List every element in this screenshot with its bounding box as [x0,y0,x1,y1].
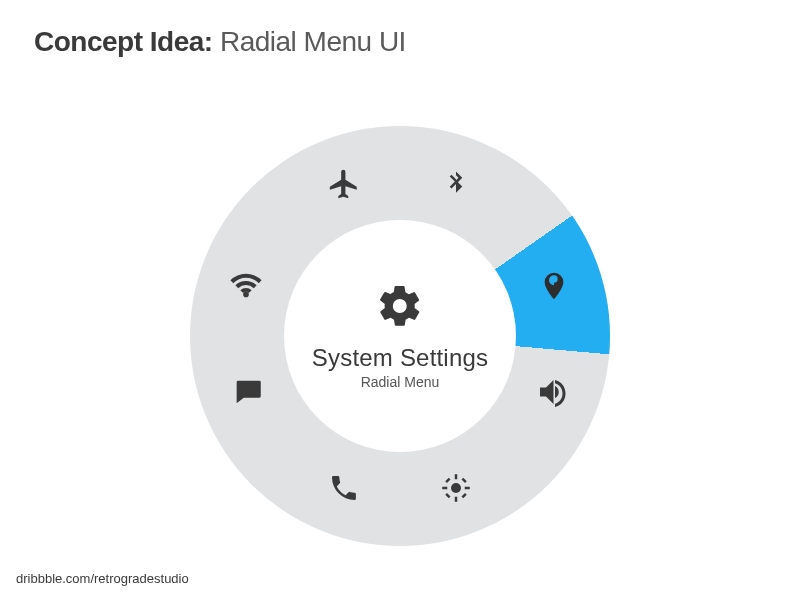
gear-icon [312,282,488,334]
title-bold: Concept Idea: [34,26,213,57]
menu-item-wifi[interactable] [222,262,270,310]
speaker-icon [534,374,570,410]
menu-item-phone[interactable] [320,464,368,512]
canvas: Concept Idea: Radial Menu UI [0,0,800,600]
menu-item-brightness[interactable] [432,464,480,512]
airplane-icon [327,167,361,201]
brightness-icon [441,473,471,503]
menu-item-location[interactable] [530,262,578,310]
location-pin-icon [538,270,570,302]
menu-item-bluetooth[interactable] [432,160,480,208]
svg-rect-1 [455,474,458,479]
svg-rect-2 [455,497,458,502]
title-light: Radial Menu UI [213,26,406,57]
svg-rect-3 [442,487,447,490]
menu-item-sound[interactable] [528,368,576,416]
menu-item-airplane-mode[interactable] [320,160,368,208]
bluetooth-icon [441,169,471,199]
wifi-icon [229,269,263,303]
chat-icon [231,375,265,409]
center-subtitle: Radial Menu [312,374,488,390]
center-title: System Settings [312,344,488,372]
menu-item-messages[interactable] [224,368,272,416]
radial-center[interactable]: System Settings Radial Menu [312,282,488,390]
svg-rect-4 [465,487,470,490]
svg-rect-7 [461,478,466,483]
radial-menu: System Settings Radial Menu [190,126,610,546]
svg-point-0 [451,483,461,493]
svg-rect-8 [445,493,450,498]
phone-icon [328,472,360,504]
credit-text: dribbble.com/retrogradestudio [16,571,189,586]
svg-rect-6 [461,493,466,498]
page-title: Concept Idea: Radial Menu UI [34,26,406,58]
svg-rect-5 [445,478,450,483]
